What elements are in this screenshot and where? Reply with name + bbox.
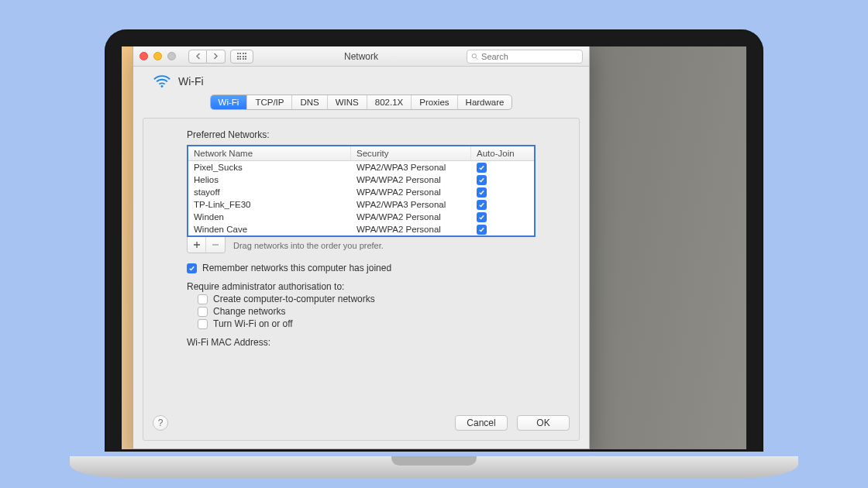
cell-network-name: Pixel_Sucks bbox=[188, 161, 351, 174]
remember-checkbox[interactable] bbox=[187, 263, 197, 273]
cell-network-name: Winden Cave bbox=[188, 223, 351, 235]
show-all-button[interactable] bbox=[230, 50, 253, 64]
remove-network-button[interactable] bbox=[206, 237, 225, 253]
table-header: Network Name Security Auto-Join bbox=[188, 146, 534, 161]
table-controls: Drag networks into the order you prefer. bbox=[187, 237, 536, 253]
preferred-networks-label: Preferred Networks: bbox=[187, 129, 536, 140]
admin-change-checkbox[interactable] bbox=[198, 307, 208, 317]
table-row[interactable]: Winden CaveWPA/WPA2 Personal bbox=[188, 223, 534, 235]
cell-auto-join bbox=[471, 223, 534, 235]
auto-join-checkbox[interactable] bbox=[477, 212, 487, 222]
table-row[interactable]: HeliosWPA/WPA2 Personal bbox=[188, 174, 534, 186]
laptop-bezel: Network Wi-Fi Wi-FiT bbox=[105, 29, 763, 452]
tab-802-1x[interactable]: 802.1X bbox=[367, 95, 412, 109]
cell-auto-join bbox=[471, 186, 534, 198]
svg-point-0 bbox=[472, 53, 476, 57]
help-button[interactable]: ? bbox=[153, 415, 168, 431]
tab-wi-fi[interactable]: Wi-Fi bbox=[211, 95, 248, 109]
check-icon bbox=[188, 265, 195, 272]
cell-network-name: Helios bbox=[188, 174, 351, 186]
auto-join-checkbox[interactable] bbox=[477, 200, 487, 210]
search-input[interactable] bbox=[481, 52, 578, 61]
admin-change-label: Change networks bbox=[213, 306, 285, 317]
cell-auto-join bbox=[471, 211, 534, 223]
forward-button[interactable] bbox=[207, 50, 226, 64]
cancel-button[interactable]: Cancel bbox=[455, 415, 508, 431]
minimize-icon[interactable] bbox=[153, 52, 162, 60]
mac-address-label: Wi-Fi MAC Address: bbox=[187, 337, 270, 348]
check-icon bbox=[478, 226, 485, 233]
column-network-name[interactable]: Network Name bbox=[188, 146, 351, 160]
cell-auto-join bbox=[471, 174, 534, 186]
admin-create-label: Create computer-to-computer networks bbox=[213, 294, 375, 304]
cell-auto-join bbox=[471, 161, 534, 174]
admin-toggle-option[interactable]: Turn Wi-Fi on or off bbox=[198, 318, 536, 329]
admin-create-option[interactable]: Create computer-to-computer networks bbox=[198, 294, 536, 304]
table-row[interactable]: stayoffWPA/WPA2 Personal bbox=[188, 186, 534, 198]
search-field[interactable] bbox=[467, 50, 583, 64]
nav-buttons bbox=[188, 50, 253, 64]
cell-network-name: TP-Link_FE30 bbox=[188, 198, 351, 211]
table-row[interactable]: WindenWPA/WPA2 Personal bbox=[188, 211, 534, 223]
svg-line-1 bbox=[476, 57, 477, 59]
back-button[interactable] bbox=[188, 50, 207, 64]
admin-toggle-checkbox[interactable] bbox=[198, 319, 208, 329]
tab-segment: Wi-FiTCP/IPDNSWINS802.1XProxiesHardware bbox=[210, 95, 513, 110]
laptop-base bbox=[70, 456, 798, 478]
laptop-frame: Network Wi-Fi Wi-FiT bbox=[105, 29, 763, 471]
drag-hint: Drag networks into the order you prefer. bbox=[233, 241, 384, 250]
cell-security: WPA/WPA2 Personal bbox=[351, 211, 471, 223]
check-icon bbox=[478, 164, 485, 171]
grid-icon bbox=[237, 53, 247, 60]
check-icon bbox=[478, 214, 485, 221]
table-row[interactable]: TP-Link_FE30WPA2/WPA3 Personal bbox=[188, 198, 534, 211]
column-security[interactable]: Security bbox=[351, 146, 471, 160]
network-preferences-window: Network Wi-Fi Wi-FiT bbox=[133, 46, 590, 449]
tab-proxies[interactable]: Proxies bbox=[412, 95, 457, 109]
admin-change-option[interactable]: Change networks bbox=[198, 306, 536, 317]
minus-icon bbox=[212, 241, 219, 249]
footer: ? Cancel OK bbox=[153, 415, 570, 431]
check-icon bbox=[478, 177, 485, 184]
remember-label: Remember networks this computer has join… bbox=[202, 263, 391, 273]
tab-wins[interactable]: WINS bbox=[328, 95, 367, 109]
table-row[interactable]: Pixel_SucksWPA2/WPA3 Personal bbox=[188, 161, 534, 174]
content-panel: Preferred Networks: Network Name Securit… bbox=[143, 118, 580, 441]
cell-network-name: Winden bbox=[188, 211, 351, 223]
check-icon bbox=[478, 201, 485, 208]
close-icon[interactable] bbox=[140, 52, 148, 60]
ok-button[interactable]: OK bbox=[517, 415, 570, 431]
cell-network-name: stayoff bbox=[188, 186, 351, 198]
cell-auto-join bbox=[471, 198, 534, 211]
auto-join-checkbox[interactable] bbox=[477, 225, 487, 235]
chevron-right-icon bbox=[213, 53, 219, 60]
cell-security: WPA2/WPA3 Personal bbox=[351, 161, 471, 174]
add-network-button[interactable] bbox=[188, 237, 206, 253]
traffic-lights bbox=[140, 52, 176, 60]
auto-join-checkbox[interactable] bbox=[477, 175, 487, 185]
auto-join-checkbox[interactable] bbox=[477, 163, 487, 173]
cell-security: WPA/WPA2 Personal bbox=[351, 223, 471, 235]
titlebar: Network bbox=[133, 46, 589, 67]
zoom-icon[interactable] bbox=[167, 52, 176, 60]
auto-join-checkbox[interactable] bbox=[477, 187, 487, 198]
mac-address-row: Wi-Fi MAC Address: bbox=[187, 337, 536, 348]
preferred-networks-table[interactable]: Network Name Security Auto-Join Pixel_Su… bbox=[187, 145, 536, 237]
check-icon bbox=[478, 189, 485, 196]
tab-dns[interactable]: DNS bbox=[292, 95, 327, 109]
pane-header: Wi-Fi bbox=[133, 67, 589, 93]
cell-security: WPA/WPA2 Personal bbox=[351, 186, 471, 198]
laptop-screen: Network Wi-Fi Wi-FiT bbox=[122, 46, 746, 449]
remember-networks-option[interactable]: Remember networks this computer has join… bbox=[187, 263, 536, 273]
table-body: Pixel_SucksWPA2/WPA3 PersonalHeliosWPA/W… bbox=[188, 161, 534, 235]
svg-point-2 bbox=[161, 85, 164, 88]
tab-hardware[interactable]: Hardware bbox=[458, 95, 512, 109]
plus-icon bbox=[193, 241, 201, 249]
admin-create-checkbox[interactable] bbox=[198, 294, 208, 304]
laptop-notch bbox=[391, 456, 477, 466]
tab-tcp-ip[interactable]: TCP/IP bbox=[247, 95, 292, 109]
search-icon bbox=[471, 53, 478, 60]
wifi-icon bbox=[153, 74, 170, 88]
chevron-left-icon bbox=[195, 53, 201, 60]
column-auto-join[interactable]: Auto-Join bbox=[471, 146, 534, 160]
